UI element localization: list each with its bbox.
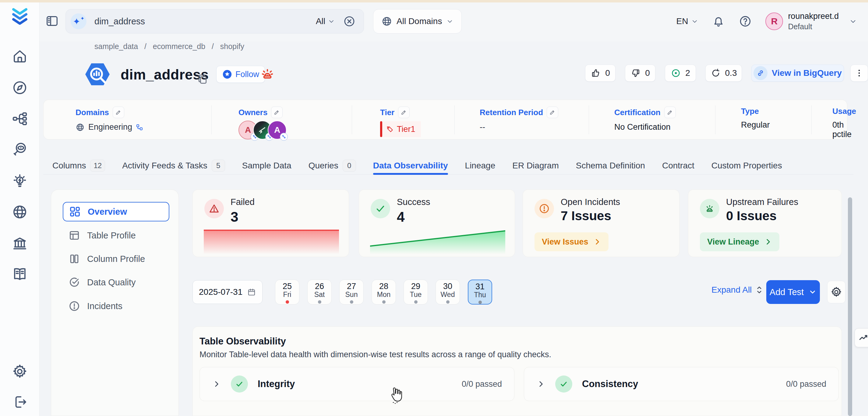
view-lineage-button[interactable]: View Lineage (700, 232, 779, 251)
search-scope-dropdown[interactable]: All (316, 17, 335, 26)
edit-certification-icon[interactable] (664, 106, 676, 118)
app-window: ✦✦ dim_address All All Domains EN (0, 0, 868, 416)
passed-check-icon (231, 376, 248, 392)
date-picker[interactable]: 2025-07-31 (192, 280, 262, 304)
subnav-data-quality[interactable]: Data Quality (63, 273, 169, 292)
lineage-graph-icon[interactable] (11, 110, 28, 127)
domains-globe-icon[interactable] (11, 203, 28, 221)
language-dropdown[interactable]: EN (676, 17, 699, 26)
day-chip-31-selected[interactable]: 31Thu (468, 280, 492, 305)
settings-gear-icon[interactable] (11, 363, 28, 380)
divider (715, 105, 715, 134)
tab-schema-definition[interactable]: Schema Definition (576, 153, 645, 174)
clear-search-icon[interactable] (343, 15, 356, 28)
more-actions-button[interactable] (850, 65, 868, 82)
tier-color-bar (380, 121, 382, 137)
home-icon[interactable] (11, 47, 28, 65)
divider (811, 105, 812, 134)
glossary-book-icon[interactable] (11, 265, 28, 283)
add-test-button[interactable]: Add Test (766, 280, 820, 304)
day-chip-25[interactable]: 25Fri (275, 280, 299, 305)
refresh-icon (711, 68, 721, 78)
metadata-owners: Owners A A (239, 100, 283, 139)
gear-icon (830, 286, 842, 298)
section-title: Table Observability (199, 336, 286, 347)
breadcrumb-item[interactable]: shopify (220, 42, 244, 51)
subnav-incidents[interactable]: Incidents (63, 296, 169, 316)
trend-flyout-button[interactable] (855, 328, 868, 347)
expand-all-button[interactable]: Expand All (711, 285, 763, 295)
success-card: Success 4 (359, 189, 515, 257)
day-chip-30[interactable]: 30Wed (436, 280, 460, 305)
main-sidebar (0, 2, 40, 416)
watch-target-icon (671, 68, 681, 78)
edit-owners-icon[interactable] (271, 106, 283, 118)
observability-settings-button[interactable] (827, 281, 845, 303)
tab-sample-data[interactable]: Sample Data (242, 153, 291, 174)
edit-retention-icon[interactable] (547, 106, 558, 118)
tier-chip[interactable]: Tier1 (380, 121, 421, 137)
day-chip-26[interactable]: 26Sat (307, 280, 332, 305)
day-chip-29[interactable]: 29Tue (404, 280, 428, 305)
sidebar-toggle-icon[interactable] (45, 14, 59, 28)
tab-data-observability[interactable]: Data Observability (373, 153, 448, 174)
announcement-alert-icon[interactable] (259, 66, 275, 82)
tab-er-diagram[interactable]: ER Diagram (512, 153, 559, 174)
expand-collapse-icon (755, 285, 763, 294)
test-dimension-integrity[interactable]: Integrity 0/0 passed (199, 367, 515, 401)
notifications-bell-icon[interactable] (712, 14, 725, 28)
copy-name-icon[interactable] (196, 72, 209, 86)
insights-bulb-icon[interactable] (11, 172, 28, 189)
profile-search-icon[interactable] (11, 141, 28, 158)
subnav-overview[interactable]: Overview (63, 202, 169, 221)
divider (589, 105, 589, 134)
downvote-button[interactable]: 0 (625, 65, 655, 82)
logout-icon[interactable] (11, 393, 28, 411)
column-profile-icon (68, 253, 81, 265)
watchers-button[interactable]: 2 (665, 65, 696, 82)
chevron-right-icon[interactable] (537, 380, 545, 388)
chevron-right-icon (593, 238, 601, 246)
domain-link[interactable]: Engineering (88, 122, 132, 132)
day-chip-27[interactable]: 27Sun (339, 280, 364, 305)
tab-activity-feeds[interactable]: Activity Feeds & Tasks5 (122, 153, 225, 174)
edit-tier-icon[interactable] (398, 106, 410, 118)
test-dimension-consistency[interactable]: Consistency 0/0 passed (524, 367, 839, 401)
divider (211, 105, 212, 134)
user-menu[interactable]: R rounakpreet.d Default (765, 11, 857, 31)
calendar-icon (247, 287, 256, 297)
vertical-scrollbar[interactable] (848, 197, 852, 416)
atlan-logo[interactable] (11, 8, 28, 25)
globe-icon (381, 16, 392, 27)
follow-star-icon (222, 69, 232, 79)
all-domains-dropdown[interactable]: All Domains (373, 9, 462, 33)
upvote-button[interactable]: 0 (585, 65, 616, 82)
day-chip-28[interactable]: 28Mon (372, 280, 396, 305)
tag-icon (386, 125, 394, 133)
breadcrumb-item[interactable]: sample_data (94, 42, 138, 51)
tab-columns[interactable]: Columns12 (52, 153, 105, 174)
search-input[interactable]: dim_address (94, 17, 145, 27)
subnav-table-profile[interactable]: Table Profile (63, 226, 169, 245)
tab-contract[interactable]: Contract (662, 153, 694, 174)
tab-lineage[interactable]: Lineage (465, 153, 496, 174)
help-icon[interactable] (739, 14, 752, 28)
discover-compass-icon[interactable] (11, 79, 28, 96)
bigquery-asset-icon (83, 60, 112, 89)
governance-bank-icon[interactable] (11, 235, 28, 252)
view-in-bigquery-button[interactable]: View in BigQuery (751, 65, 844, 82)
global-search[interactable]: ✦✦ dim_address All (65, 9, 364, 33)
owner-avatar[interactable]: A (268, 121, 287, 139)
view-issues-button[interactable]: View Issues (534, 232, 609, 251)
status-dot (414, 300, 417, 303)
tab-queries[interactable]: Queries0 (309, 153, 356, 174)
subnav-column-profile[interactable]: Column Profile (63, 249, 169, 268)
follow-button[interactable]: Follow (216, 66, 265, 83)
tab-custom-properties[interactable]: Custom Properties (711, 153, 782, 174)
metadata-type: Type Regular (741, 100, 770, 139)
edit-domains-icon[interactable] (113, 106, 124, 118)
popularity-button[interactable]: 0.3 (705, 65, 742, 82)
globe-icon (75, 123, 85, 132)
chevron-right-icon[interactable] (213, 380, 220, 388)
breadcrumb-item[interactable]: ecommerce_db (153, 42, 205, 51)
